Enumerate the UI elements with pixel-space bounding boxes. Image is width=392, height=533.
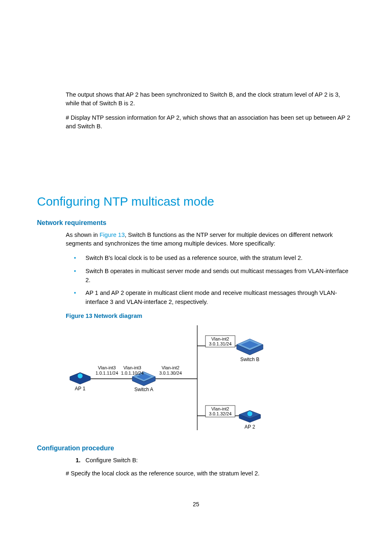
svg-text:Vlan-int3: Vlan-int3 [98,365,115,370]
svg-text:Vlan-int3: Vlan-int3 [123,365,141,370]
switch-a-left-if: Vlan-int3 1.0.1.10/24 [121,365,143,375]
svg-text:3.0.1.30/24: 3.0.1.30/24 [159,371,182,375]
ap1-if-label: Vlan-int3 1.0.1.11/24 [95,365,118,375]
network-diagram: AP 1 Vlan-int3 1.0.1.11/24 Switch A Vlan… [66,323,279,434]
bullet-item: AP 1 and AP 2 operate in multicast clien… [66,289,351,307]
step-item: 1. Configure Switch B: [66,456,351,465]
switch-a-label: Switch A [134,387,153,392]
step-number: 1. [66,456,81,465]
ap2-if-label: Vlan-int2 3.0.1.32/24 [205,406,235,417]
content-column: The output shows that AP 2 has been sync… [37,90,355,478]
switch-b-icon: Switch B [237,339,263,362]
section-title: Configuring NTP multicast mode [37,195,351,209]
intro-para-1: The output shows that AP 2 has been sync… [66,90,351,108]
page-number: 25 [0,501,392,508]
intro-para-2: # Display NTP session information for AP… [66,114,351,131]
svg-text:Vlan-int2: Vlan-int2 [211,336,229,341]
figure-caption: Figure 13 Network diagram [66,313,351,319]
svg-text:Vlan-int2: Vlan-int2 [211,406,229,411]
bullet-item: Switch B's local clock is to be used as … [66,254,351,263]
configuration-procedure-heading: Configuration procedure [37,445,351,452]
page: The output shows that AP 2 has been sync… [0,0,392,533]
procedure-after-text: # Specify the local clock as the referen… [66,469,351,478]
switch-b-if-label: Vlan-int2 3.0.1.31/24 [205,336,235,347]
figure-link[interactable]: Figure 13 [99,232,125,238]
svg-text:1.0.1.11/24: 1.0.1.11/24 [95,371,118,375]
diagram-svg: AP 1 Vlan-int3 1.0.1.11/24 Switch A Vlan… [66,323,279,434]
ap1-icon: AP 1 [70,373,90,392]
bullet-item: Switch B operates in multicast server mo… [66,267,351,285]
svg-text:3.0.1.31/24: 3.0.1.31/24 [209,341,231,346]
svg-text:Vlan-int2: Vlan-int2 [161,365,179,370]
svg-text:1.0.1.10/24: 1.0.1.10/24 [121,371,143,375]
step-text: Configure Switch B: [85,457,138,463]
switch-a-right-if: Vlan-int2 3.0.1.30/24 [159,365,182,375]
ap2-icon: AP 2 [239,410,261,430]
procedure-steps: 1. Configure Switch B: [66,456,351,465]
requirements-bullets: Switch B's local clock is to be used as … [66,254,351,307]
ap2-label: AP 2 [244,424,255,430]
svg-text:3.0.1.32/24: 3.0.1.32/24 [209,411,231,416]
switch-b-label: Switch B [240,357,260,362]
ap1-label: AP 1 [75,386,85,392]
svg-point-25 [247,411,252,416]
lead-pre: As shown in [66,232,99,238]
svg-point-7 [78,373,83,378]
requirements-lead: As shown in Figure 13, Switch B function… [66,231,351,248]
network-requirements-heading: Network requirements [37,219,351,227]
